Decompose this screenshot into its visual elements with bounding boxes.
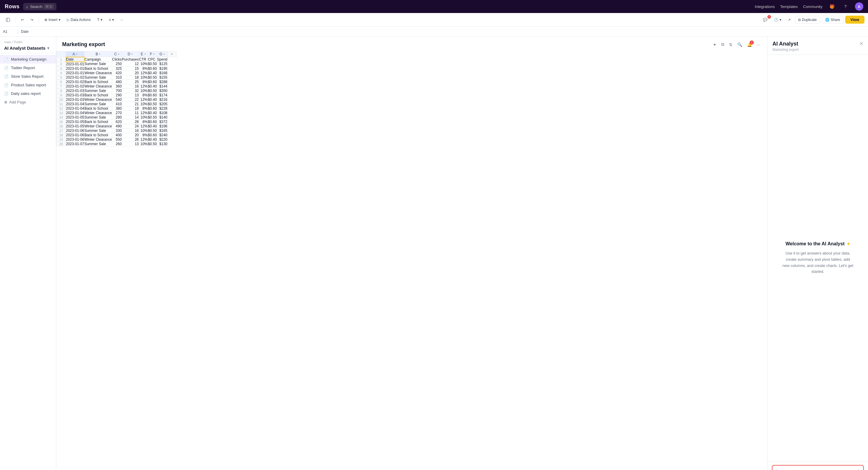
data-cell[interactable]: 2023-01-05: [66, 115, 84, 120]
data-cell[interactable]: 8%: [139, 93, 148, 97]
data-cell[interactable]: Back to School: [84, 120, 112, 124]
header-cell-date[interactable]: Date: [66, 57, 84, 62]
data-cell[interactable]: 12%: [139, 124, 148, 128]
data-cell[interactable]: Back to School: [84, 93, 112, 97]
filter-button[interactable]: ⧉: [720, 41, 725, 48]
data-cell[interactable]: 480: [112, 79, 122, 84]
data-cell[interactable]: 2023-01-04: [66, 110, 84, 115]
data-cell[interactable]: Summer Sale: [84, 142, 112, 146]
breadcrumb-rows[interactable]: rows: [4, 40, 11, 44]
data-cell[interactable]: $165: [157, 128, 167, 133]
data-cell[interactable]: 14: [122, 115, 139, 120]
data-cell[interactable]: 10%: [139, 142, 148, 146]
data-cell[interactable]: 2023-01-03: [66, 93, 84, 97]
data-cell[interactable]: 290: [112, 93, 122, 97]
add-column-button[interactable]: +: [167, 52, 176, 57]
help-icon[interactable]: ?: [841, 2, 850, 11]
data-cell[interactable]: $140: [157, 115, 167, 120]
data-cell[interactable]: $220: [157, 137, 167, 142]
sort-button[interactable]: ⇅: [728, 41, 734, 48]
data-cell[interactable]: $0.40: [148, 97, 157, 102]
data-cell[interactable]: $0.50: [148, 75, 157, 79]
data-cell[interactable]: 10%: [139, 89, 148, 93]
data-cell[interactable]: 540: [112, 97, 122, 102]
data-cell[interactable]: 2023-01-05: [66, 124, 84, 128]
data-cell[interactable]: 2023-01-06: [66, 137, 84, 142]
data-cell[interactable]: 28: [122, 120, 139, 124]
data-cell[interactable]: $0.60: [148, 79, 157, 84]
data-cell[interactable]: $0.50: [148, 89, 157, 93]
close-panel-button[interactable]: ✕: [860, 41, 863, 46]
data-cell[interactable]: Back to School: [84, 66, 112, 71]
data-cell[interactable]: 2023-01-01: [66, 66, 84, 71]
data-cell[interactable]: 2023-01-06: [66, 133, 84, 137]
notifications-button[interactable]: 🔔 1: [746, 41, 753, 48]
data-cell[interactable]: $205: [157, 102, 167, 106]
data-cell[interactable]: 12%: [139, 137, 148, 142]
data-cell[interactable]: $125: [157, 62, 167, 67]
col-header-f[interactable]: F▾: [148, 52, 157, 57]
data-cell[interactable]: Winter Clearance: [84, 97, 112, 102]
data-cell[interactable]: 420: [112, 71, 122, 75]
magic-button[interactable]: ✦: [712, 41, 718, 48]
data-cell[interactable]: $174: [157, 93, 167, 97]
data-actions-button[interactable]: ▷ Data Actions: [64, 16, 93, 23]
col-header-b[interactable]: B▾: [84, 52, 112, 57]
data-cell[interactable]: 10%: [139, 62, 148, 67]
data-cell[interactable]: $0.50: [148, 128, 157, 133]
data-cell[interactable]: Winter Clearance: [84, 124, 112, 128]
data-cell[interactable]: 8%: [139, 120, 148, 124]
data-cell[interactable]: $0.50: [148, 115, 157, 120]
sidebar-item-product-sales[interactable]: 📄 Product Sales report: [0, 81, 56, 89]
data-cell[interactable]: 400: [112, 133, 122, 137]
data-cell[interactable]: 10%: [139, 128, 148, 133]
data-cell[interactable]: 10%: [139, 115, 148, 120]
data-cell[interactable]: 8%: [139, 133, 148, 137]
data-cell[interactable]: 270: [112, 110, 122, 115]
data-cell[interactable]: Back to School: [84, 106, 112, 110]
data-cell[interactable]: 8%: [139, 79, 148, 84]
data-cell[interactable]: 8%: [139, 106, 148, 110]
data-cell[interactable]: 12%: [139, 110, 148, 115]
data-cell[interactable]: $0.40: [148, 124, 157, 128]
data-cell[interactable]: Summer Sale: [84, 62, 112, 67]
sidebar-item-marketing-campaign[interactable]: 📄 Marketing Campaign: [0, 55, 56, 64]
integrations-link[interactable]: Integrations: [755, 4, 775, 9]
data-cell[interactable]: 16: [122, 84, 139, 89]
data-cell[interactable]: $155: [157, 75, 167, 79]
col-header-a[interactable]: A▾: [66, 52, 84, 57]
header-cell-ctr[interactable]: CTR: [139, 57, 148, 62]
col-header-e[interactable]: E▾: [139, 52, 148, 57]
data-cell[interactable]: 24: [122, 124, 139, 128]
user-avatar[interactable]: A: [855, 2, 863, 11]
data-cell[interactable]: $195: [157, 66, 167, 71]
header-cell-spend[interactable]: Spend: [157, 57, 167, 62]
duplicate-button[interactable]: ⧉ Duplicate: [795, 16, 820, 24]
history-button[interactable]: 🕐 ▾: [772, 16, 784, 23]
data-cell[interactable]: 26: [122, 137, 139, 142]
col-header-d[interactable]: D▾: [122, 52, 139, 57]
data-cell[interactable]: 21: [122, 102, 139, 106]
data-cell[interactable]: 410: [112, 102, 122, 106]
data-cell[interactable]: 15: [122, 66, 139, 71]
data-cell[interactable]: $372: [157, 120, 167, 124]
data-cell[interactable]: 11: [122, 110, 139, 115]
data-cell[interactable]: 380: [112, 106, 122, 110]
data-cell[interactable]: 2023-01-04: [66, 102, 84, 106]
data-cell[interactable]: 2023-01-07: [66, 142, 84, 146]
sidebar-item-store-sales[interactable]: 📄 Store Sales Report: [0, 72, 56, 81]
data-cell[interactable]: 32: [122, 89, 139, 93]
view-button[interactable]: View: [845, 16, 864, 24]
sidebar-title-arrow[interactable]: ▾: [47, 46, 49, 50]
data-cell[interactable]: 13: [122, 142, 139, 146]
data-cell[interactable]: 2023-01-03: [66, 97, 84, 102]
ai-send-button[interactable]: ↵: [856, 468, 860, 470]
data-cell[interactable]: 13: [122, 93, 139, 97]
data-cell[interactable]: $216: [157, 97, 167, 102]
data-cell[interactable]: 12%: [139, 71, 148, 75]
data-cell[interactable]: 2023-01-01: [66, 62, 84, 67]
data-cell[interactable]: 18: [122, 75, 139, 79]
data-cell[interactable]: 490: [112, 124, 122, 128]
data-cell[interactable]: $350: [157, 89, 167, 93]
data-cell[interactable]: 360: [112, 84, 122, 89]
